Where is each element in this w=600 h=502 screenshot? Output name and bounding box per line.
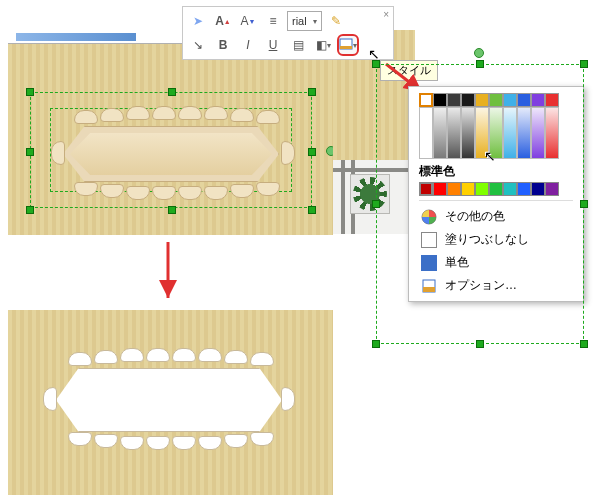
- chair-shape[interactable]: [152, 106, 176, 120]
- canvas-before[interactable]: [8, 30, 333, 235]
- line-style-button[interactable]: ≡: [262, 10, 284, 32]
- color-swatch[interactable]: [419, 93, 433, 107]
- highlighter-button[interactable]: ✎: [325, 10, 347, 32]
- chair-shape[interactable]: [68, 432, 92, 446]
- svg-rect-1: [340, 46, 352, 49]
- bold-button[interactable]: B: [212, 34, 234, 56]
- color-swatch[interactable]: [531, 93, 545, 107]
- chair-shape[interactable]: [94, 434, 118, 448]
- chair-shape[interactable]: [250, 352, 274, 366]
- chair-shape[interactable]: [204, 106, 228, 120]
- color-gradient-column[interactable]: [433, 107, 447, 159]
- chair-shape[interactable]: [120, 348, 144, 362]
- resize-handle[interactable]: [308, 148, 316, 156]
- resize-handle[interactable]: [476, 60, 484, 68]
- resize-handle[interactable]: [26, 206, 34, 214]
- chair-shape[interactable]: [126, 106, 150, 120]
- color-swatch[interactable]: [461, 93, 475, 107]
- resize-handle[interactable]: [580, 340, 588, 348]
- color-gradient-column[interactable]: [489, 107, 503, 159]
- color-swatch[interactable]: [447, 93, 461, 107]
- toolbar-close-icon[interactable]: ×: [383, 9, 389, 20]
- color-gradient-column[interactable]: [475, 107, 489, 159]
- color-swatch[interactable]: [503, 93, 517, 107]
- color-gradient-column[interactable]: [447, 107, 461, 159]
- color-swatch[interactable]: [461, 182, 475, 196]
- color-swatch[interactable]: [489, 93, 503, 107]
- resize-handle[interactable]: [308, 88, 316, 96]
- underline-button[interactable]: U: [262, 34, 284, 56]
- color-swatch[interactable]: [545, 93, 559, 107]
- chair-shape[interactable]: [230, 108, 254, 122]
- italic-button[interactable]: I: [237, 34, 259, 56]
- font-combo[interactable]: rial ▾: [287, 11, 322, 31]
- chair-shape[interactable]: [250, 432, 274, 446]
- fill-style-button[interactable]: ▾: [337, 34, 359, 56]
- chair-shape[interactable]: [224, 350, 248, 364]
- chair-shape[interactable]: [94, 350, 118, 364]
- resize-handle[interactable]: [580, 60, 588, 68]
- color-swatch[interactable]: [503, 182, 517, 196]
- no-fill-item[interactable]: 塗りつぶしなし: [419, 228, 573, 251]
- chair-shape[interactable]: [172, 436, 196, 450]
- color-swatch[interactable]: [447, 182, 461, 196]
- table-shape[interactable]: [56, 368, 282, 432]
- font-grow-button[interactable]: A▲: [212, 10, 234, 32]
- chair-shape[interactable]: [68, 352, 92, 366]
- resize-handle[interactable]: [476, 340, 484, 348]
- resize-handle[interactable]: [26, 148, 34, 156]
- color-swatch[interactable]: [517, 182, 531, 196]
- chair-shape[interactable]: [198, 348, 222, 362]
- color-gradient-column[interactable]: [461, 107, 475, 159]
- solid-fill-item[interactable]: 単色: [419, 251, 573, 274]
- align-button[interactable]: ▤: [287, 34, 309, 56]
- options-item[interactable]: オプション…: [419, 274, 573, 297]
- color-swatch[interactable]: [545, 182, 559, 196]
- chair-shape[interactable]: [198, 436, 222, 450]
- chair-shape[interactable]: [120, 436, 144, 450]
- color-gradient-column[interactable]: [545, 107, 559, 159]
- color-swatch[interactable]: [531, 182, 545, 196]
- resize-handle[interactable]: [168, 88, 176, 96]
- color-swatch[interactable]: [489, 182, 503, 196]
- resize-handle[interactable]: [26, 88, 34, 96]
- resize-handle[interactable]: [168, 206, 176, 214]
- chair-shape[interactable]: [256, 110, 280, 124]
- resize-handle[interactable]: [580, 200, 588, 208]
- font-shrink-button[interactable]: A▼: [237, 10, 259, 32]
- color-swatch[interactable]: [433, 93, 447, 107]
- color-swatch[interactable]: [517, 93, 531, 107]
- plant-shape[interactable]: [350, 174, 390, 214]
- resize-handle[interactable]: [308, 206, 316, 214]
- connector-button[interactable]: ↘: [187, 34, 209, 56]
- table-shape[interactable]: [63, 126, 279, 182]
- fill-color-popup[interactable]: 標準色 その他の色 塗りつぶしなし 単色 オプション…: [408, 86, 584, 302]
- chair-shape[interactable]: [172, 348, 196, 362]
- resize-handle[interactable]: [372, 340, 380, 348]
- chair-shape[interactable]: [51, 141, 65, 165]
- chair-shape[interactable]: [146, 348, 170, 362]
- chair-shape[interactable]: [100, 108, 124, 122]
- effects-button[interactable]: ◧▾: [312, 34, 334, 56]
- color-gradient-column[interactable]: [503, 107, 517, 159]
- color-swatch[interactable]: [475, 93, 489, 107]
- pointer-button[interactable]: ➤: [187, 10, 209, 32]
- resize-handle[interactable]: [372, 200, 380, 208]
- canvas-after[interactable]: [8, 310, 333, 495]
- rotation-handle[interactable]: [474, 48, 484, 58]
- color-gradient-column[interactable]: [419, 107, 433, 159]
- color-swatch[interactable]: [419, 182, 433, 196]
- color-gradient-column[interactable]: [531, 107, 545, 159]
- color-swatch[interactable]: [433, 182, 447, 196]
- resize-handle[interactable]: [372, 60, 380, 68]
- chair-shape[interactable]: [178, 106, 202, 120]
- chair-shape[interactable]: [74, 110, 98, 124]
- chair-shape[interactable]: [224, 434, 248, 448]
- more-colors-item[interactable]: その他の色: [419, 205, 573, 228]
- chair-shape[interactable]: [281, 387, 295, 411]
- chair-shape[interactable]: [146, 436, 170, 450]
- color-gradient-column[interactable]: [517, 107, 531, 159]
- chair-shape[interactable]: [43, 387, 57, 411]
- color-swatch[interactable]: [475, 182, 489, 196]
- floating-toolbar[interactable]: × ➤ A▲ A▼ ≡ rial ▾ ✎ ↘ B I U ▤ ◧▾ ▾: [182, 6, 394, 60]
